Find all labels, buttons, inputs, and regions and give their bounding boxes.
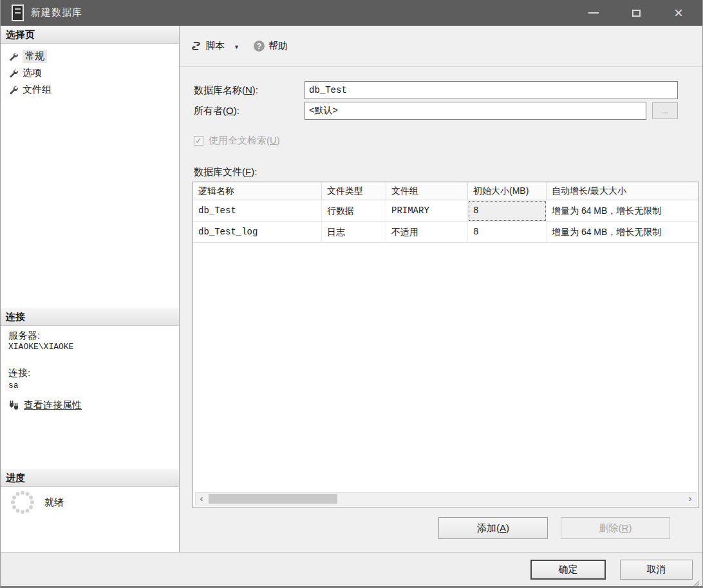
add-button[interactable]: 添加(A): [438, 517, 548, 539]
owner-input[interactable]: [305, 102, 646, 120]
cell-logical-name[interactable]: db_Test: [193, 200, 322, 222]
cell-filegroup[interactable]: 不适用: [386, 222, 468, 243]
sidebar: 选择页 常规 选项 文件组 连接 服务器: XIAOKE\XIAOKE 连接: …: [1, 26, 180, 552]
toolbar: 脚本 ▼ ? 帮助: [180, 26, 703, 67]
ok-button[interactable]: 确定: [530, 560, 606, 580]
title-bar: 新建数据库 ×: [1, 0, 702, 26]
view-connection-properties-link[interactable]: 查看连接属性: [24, 399, 82, 412]
help-icon: ?: [254, 41, 265, 52]
script-icon: [191, 41, 202, 52]
cell-autogrowth[interactable]: 增量为 64 MB，增长无限制: [547, 222, 699, 243]
grid-header-row: 逻辑名称 文件类型 文件组 初始大小(MB) 自动增长/最大大小: [193, 182, 699, 200]
table-row: db_Test_log 日志 不适用 8 增量为 64 MB，增长无限制: [193, 222, 699, 243]
scroll-right-icon[interactable]: ›: [684, 493, 696, 505]
resize-grip-icon[interactable]: [691, 578, 700, 587]
script-dropdown-icon[interactable]: ▼: [234, 44, 239, 50]
column-header-initial-size: 初始大小(MB): [468, 182, 547, 200]
sidebar-item-options[interactable]: 选项: [1, 64, 179, 81]
sidebar-item-general[interactable]: 常规: [1, 48, 179, 64]
progress-status-row: 就绪: [8, 488, 64, 517]
page-list: 常规 选项 文件组: [1, 48, 179, 98]
column-header-logical-name: 逻辑名称: [193, 182, 322, 200]
column-header-filegroup: 文件组: [386, 182, 468, 200]
column-header-autogrowth: 自动增长/最大大小: [547, 182, 699, 200]
sidebar-item-filegroups[interactable]: 文件组: [1, 81, 179, 98]
status-text: 就绪: [44, 497, 64, 509]
cell-file-type[interactable]: 日志: [322, 222, 386, 243]
maximize-icon: [632, 10, 641, 17]
minimize-button[interactable]: [579, 0, 608, 26]
fulltext-label: 使用全文检索(U): [209, 135, 280, 147]
ready-spinner-icon: [8, 488, 37, 517]
script-button[interactable]: 脚本: [205, 40, 225, 52]
dialog-document-icon: [12, 5, 24, 21]
column-header-file-type: 文件类型: [322, 182, 386, 200]
dialog-title: 新建数据库: [31, 6, 82, 19]
remove-button[interactable]: 删除(R): [561, 517, 670, 539]
database-files-label: 数据库文件(F):: [194, 166, 257, 178]
scrollbar-thumb[interactable]: [209, 494, 337, 504]
database-files-grid: 逻辑名称 文件类型 文件组 初始大小(MB) 自动增长/最大大小 db_Test…: [192, 182, 699, 508]
maximize-button[interactable]: [621, 0, 651, 26]
view-connection-properties[interactable]: 查看连接属性: [8, 399, 82, 412]
owner-label: 所有者(O):: [194, 105, 239, 117]
db-name-input[interactable]: [305, 81, 678, 99]
horizontal-scrollbar[interactable]: ‹ ›: [195, 492, 697, 506]
db-name-label: 数据库名称(N):: [194, 84, 258, 97]
connection-value: sa: [8, 381, 19, 390]
cancel-button[interactable]: 取消: [620, 560, 693, 580]
close-icon: ×: [674, 5, 683, 21]
connection-section-header: 连接: [1, 308, 179, 326]
cell-initial-size-selected[interactable]: 8: [468, 200, 547, 222]
cell-logical-name[interactable]: db_Test_log: [193, 222, 322, 243]
close-button[interactable]: ×: [664, 0, 693, 26]
content-panel: 脚本 ▼ ? 帮助 数据库名称(N): 所有者(O): ... ✓ 使用全文检索…: [180, 26, 703, 552]
connection-properties-icon: [8, 400, 19, 411]
cell-filegroup[interactable]: PRIMARY: [386, 200, 468, 222]
cell-autogrowth[interactable]: 增量为 64 MB，增长无限制: [547, 200, 699, 222]
owner-browse-button[interactable]: ...: [652, 102, 678, 119]
server-label: 服务器:: [8, 330, 40, 342]
connection-label: 连接:: [8, 367, 30, 379]
help-button[interactable]: 帮助: [268, 40, 288, 52]
fulltext-checkbox[interactable]: ✓: [194, 136, 203, 146]
progress-section-header: 进度: [1, 469, 179, 487]
table-row: db_Test 行数据 PRIMARY 8 增量为 64 MB，增长无限制: [193, 200, 699, 222]
wrench-icon: [8, 68, 18, 78]
select-page-header: 选择页: [1, 26, 179, 44]
minimize-icon: [588, 12, 599, 14]
scroll-left-icon[interactable]: ‹: [196, 493, 207, 505]
footer-bar: 确定 取消: [1, 552, 702, 588]
wrench-icon: [8, 85, 18, 95]
sidebar-item-label: 常规: [23, 50, 47, 63]
wrench-icon: [8, 52, 18, 61]
sidebar-item-label: 文件组: [23, 84, 52, 96]
new-database-dialog: 新建数据库 × 选择页 常规 选项 文件组 连接 服务器: XIAOKE\XIA…: [0, 0, 703, 588]
server-value: XIAOKE\XIAOKE: [8, 342, 73, 352]
fulltext-checkbox-row: ✓ 使用全文检索(U): [194, 135, 280, 147]
cell-file-type[interactable]: 行数据: [322, 200, 386, 222]
cell-initial-size[interactable]: 8: [468, 222, 547, 243]
sidebar-item-label: 选项: [23, 67, 42, 79]
